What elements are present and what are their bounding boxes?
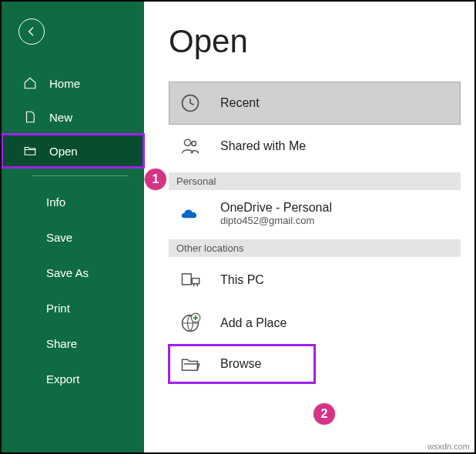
arrow-left-icon xyxy=(25,25,38,38)
nav-save[interactable]: Save xyxy=(2,219,144,255)
nav-label: Save As xyxy=(46,266,89,279)
annotation-callout-2: 2 xyxy=(313,403,335,425)
nav-new[interactable]: New xyxy=(2,100,144,134)
option-shared-with-me[interactable]: Shared with Me xyxy=(169,125,461,168)
option-sublabel: dipto452@gmail.com xyxy=(220,215,332,226)
recent-icon xyxy=(177,90,203,116)
nav-share[interactable]: Share xyxy=(2,325,144,361)
svg-rect-3 xyxy=(183,274,192,285)
option-label: Shared with Me xyxy=(220,139,306,153)
annotation-callout-1: 1 xyxy=(145,169,166,190)
new-icon xyxy=(23,110,37,124)
this-pc-icon xyxy=(177,267,203,293)
nav-print[interactable]: Print xyxy=(2,290,144,325)
nav-label: Print xyxy=(46,302,70,315)
option-label: This PC xyxy=(220,273,264,287)
nav-label: Export xyxy=(46,372,79,386)
option-label: Browse xyxy=(220,357,261,371)
option-label: Recent xyxy=(220,96,260,110)
page-title: Open xyxy=(169,23,474,60)
nav-home[interactable]: Home xyxy=(2,66,144,100)
add-place-icon xyxy=(177,310,203,336)
browse-folder-icon xyxy=(177,351,203,377)
nav-label: Share xyxy=(46,337,77,350)
nav-label: New xyxy=(49,111,72,124)
option-label: OneDrive - Personal xyxy=(220,201,332,215)
section-header-personal: Personal xyxy=(169,172,461,190)
nav-label: Home xyxy=(49,77,80,90)
option-label: Add a Place xyxy=(220,316,287,330)
backstage-sidebar: Home New Open Info Save Save As Print Sh… xyxy=(2,2,144,452)
nav-label: Save xyxy=(46,231,72,244)
nav-separator xyxy=(32,175,129,176)
nav-label: Info xyxy=(46,195,65,209)
nav-info[interactable]: Info xyxy=(2,184,144,219)
svg-point-2 xyxy=(192,142,196,146)
option-onedrive-personal[interactable]: OneDrive - Personal dipto452@gmail.com xyxy=(169,192,461,235)
onedrive-icon xyxy=(177,200,203,226)
main-panel: Open Recent Shared with Me Personal xyxy=(144,2,474,452)
back-button[interactable] xyxy=(18,18,45,45)
svg-rect-4 xyxy=(192,279,199,284)
shared-icon xyxy=(177,133,203,159)
nav-label: Open xyxy=(49,145,78,158)
svg-point-1 xyxy=(184,139,190,145)
nav-open[interactable]: Open xyxy=(2,134,144,168)
watermark: wsxdn.com xyxy=(427,442,470,451)
section-header-other: Other locations xyxy=(169,239,461,257)
open-locations-list: Recent Shared with Me Personal OneDrive … xyxy=(169,82,474,383)
home-icon xyxy=(23,76,37,90)
option-browse[interactable]: Browse xyxy=(169,345,315,383)
option-this-pc[interactable]: This PC xyxy=(169,259,461,302)
open-folder-icon xyxy=(23,144,37,158)
nav-save-as[interactable]: Save As xyxy=(2,255,144,290)
nav-export[interactable]: Export xyxy=(2,361,144,396)
option-add-a-place[interactable]: Add a Place xyxy=(169,302,461,345)
option-recent[interactable]: Recent xyxy=(169,82,461,125)
